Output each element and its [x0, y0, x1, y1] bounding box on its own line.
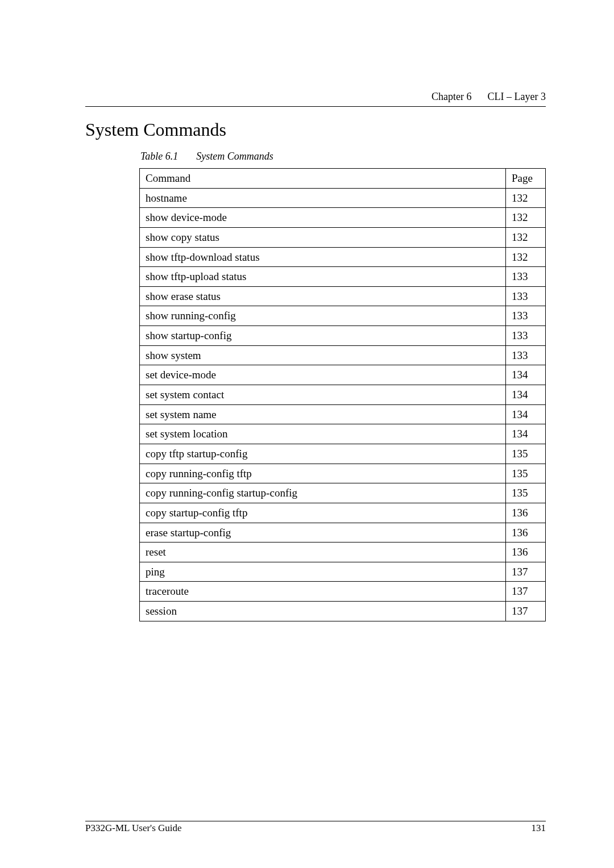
table-row: session137	[140, 602, 546, 621]
commands-table: Command Page hostname132show device-mode…	[139, 168, 546, 621]
table-row: erase startup-config136	[140, 523, 546, 542]
page-cell: 137	[506, 582, 546, 602]
page-cell: 135	[506, 464, 546, 483]
table-caption-title: System Commands	[196, 151, 273, 162]
command-cell: session	[140, 602, 506, 621]
chapter-header: Chapter 6CLI – Layer 3	[85, 91, 546, 103]
page-cell: 132	[506, 247, 546, 267]
page-cell: 133	[506, 286, 546, 306]
page-cell: 132	[506, 227, 546, 247]
command-cell: set system location	[140, 424, 506, 444]
command-cell: show erase status	[140, 286, 506, 306]
command-cell: copy running-config tftp	[140, 464, 506, 483]
page-cell: 135	[506, 483, 546, 503]
table-row: show erase status133	[140, 286, 546, 306]
table-row: copy running-config tftp135	[140, 464, 546, 483]
page-cell: 133	[506, 306, 546, 326]
command-cell: show device-mode	[140, 208, 506, 228]
page-cell: 135	[506, 444, 546, 464]
table-row: show startup-config133	[140, 326, 546, 346]
command-cell: show running-config	[140, 306, 506, 326]
page-cell: 134	[506, 365, 546, 385]
table-row: show tftp-upload status133	[140, 267, 546, 287]
page-cell: 136	[506, 523, 546, 542]
table-row: set device-mode134	[140, 365, 546, 385]
command-cell: reset	[140, 542, 506, 562]
col-command: Command	[140, 169, 506, 189]
table-header-row: Command Page	[140, 169, 546, 189]
chapter-label: Chapter 6	[432, 91, 471, 102]
table-row: reset136	[140, 542, 546, 562]
table-row: show copy status132	[140, 227, 546, 247]
page-cell: 136	[506, 503, 546, 523]
command-cell: erase startup-config	[140, 523, 506, 542]
command-cell: show copy status	[140, 227, 506, 247]
table-row: set system location134	[140, 424, 546, 444]
page-cell: 137	[506, 602, 546, 621]
command-cell: hostname	[140, 188, 506, 208]
table-row: show running-config133	[140, 306, 546, 326]
command-cell: traceroute	[140, 582, 506, 602]
table-row: set system contact134	[140, 385, 546, 405]
page-cell: 132	[506, 208, 546, 228]
table-row: ping137	[140, 562, 546, 582]
page-cell: 134	[506, 385, 546, 405]
table-row: show system133	[140, 345, 546, 365]
table-row: set system name134	[140, 404, 546, 424]
command-cell: set system contact	[140, 385, 506, 405]
command-cell: ping	[140, 562, 506, 582]
page-cell: 133	[506, 345, 546, 365]
page-cell: 137	[506, 562, 546, 582]
col-page: Page	[506, 169, 546, 189]
command-cell: set system name	[140, 404, 506, 424]
command-cell: show tftp-download status	[140, 247, 506, 267]
command-cell: show startup-config	[140, 326, 506, 346]
header-rule	[85, 106, 546, 107]
footer-page-number: 131	[532, 823, 546, 834]
page-cell: 134	[506, 404, 546, 424]
table-caption: Table 6.1System Commands	[140, 151, 546, 162]
page-cell: 133	[506, 267, 546, 287]
table-row: show device-mode132	[140, 208, 546, 228]
table-row: hostname132	[140, 188, 546, 208]
page-footer: P332G-ML User's Guide 131	[85, 821, 546, 834]
footer-doc-title: P332G-ML User's Guide	[85, 823, 182, 834]
command-cell: set device-mode	[140, 365, 506, 385]
page-cell: 132	[506, 188, 546, 208]
chapter-title: CLI – Layer 3	[488, 91, 546, 102]
section-heading: System Commands	[85, 119, 546, 140]
command-cell: show system	[140, 345, 506, 365]
table-row: traceroute137	[140, 582, 546, 602]
command-cell: show tftp-upload status	[140, 267, 506, 287]
command-cell: copy tftp startup-config	[140, 444, 506, 464]
page-cell: 136	[506, 542, 546, 562]
table-row: copy running-config startup-config135	[140, 483, 546, 503]
table-row: copy startup-config tftp136	[140, 503, 546, 523]
command-cell: copy running-config startup-config	[140, 483, 506, 503]
table-row: show tftp-download status132	[140, 247, 546, 267]
table-caption-label: Table 6.1	[140, 151, 178, 162]
footer-rule	[85, 821, 546, 821]
page-cell: 134	[506, 424, 546, 444]
page-cell: 133	[506, 326, 546, 346]
command-cell: copy startup-config tftp	[140, 503, 506, 523]
table-row: copy tftp startup-config135	[140, 444, 546, 464]
